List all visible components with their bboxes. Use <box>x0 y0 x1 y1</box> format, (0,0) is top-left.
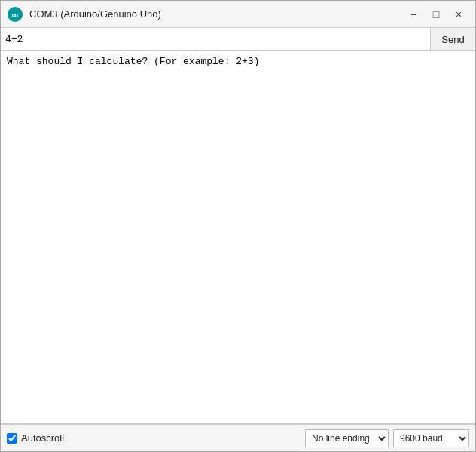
autoscroll-checkbox[interactable] <box>7 433 17 444</box>
send-button[interactable]: Send <box>430 28 475 50</box>
window-title: COM3 (Arduino/Genuino Uno) <box>29 8 403 20</box>
serial-output: What should I calculate? (For example: 2… <box>1 51 475 424</box>
autoscroll-label: Autoscroll <box>21 432 64 444</box>
svg-text:∞: ∞ <box>12 9 19 20</box>
serial-input[interactable] <box>1 28 430 50</box>
baud-rate-select[interactable]: 300 baud 1200 baud 2400 baud 4800 baud 9… <box>393 429 469 447</box>
close-button[interactable]: × <box>448 6 469 23</box>
status-bar-right: No line ending Newline Carriage return B… <box>305 429 469 447</box>
line-ending-select[interactable]: No line ending Newline Carriage return B… <box>305 429 389 447</box>
arduino-logo-icon: ∞ <box>7 6 23 23</box>
window-controls: − □ × <box>403 6 469 23</box>
maximize-button[interactable]: □ <box>426 6 447 23</box>
arduino-serial-monitor-window: ∞ COM3 (Arduino/Genuino Uno) − □ × Send … <box>0 0 476 452</box>
status-bar: Autoscroll No line ending Newline Carria… <box>1 424 475 451</box>
input-row: Send <box>1 28 475 51</box>
autoscroll-area: Autoscroll <box>7 432 305 444</box>
minimize-button[interactable]: − <box>403 6 424 23</box>
title-bar: ∞ COM3 (Arduino/Genuino Uno) − □ × <box>1 1 475 28</box>
serial-output-text: What should I calculate? (For example: 2… <box>7 56 259 67</box>
